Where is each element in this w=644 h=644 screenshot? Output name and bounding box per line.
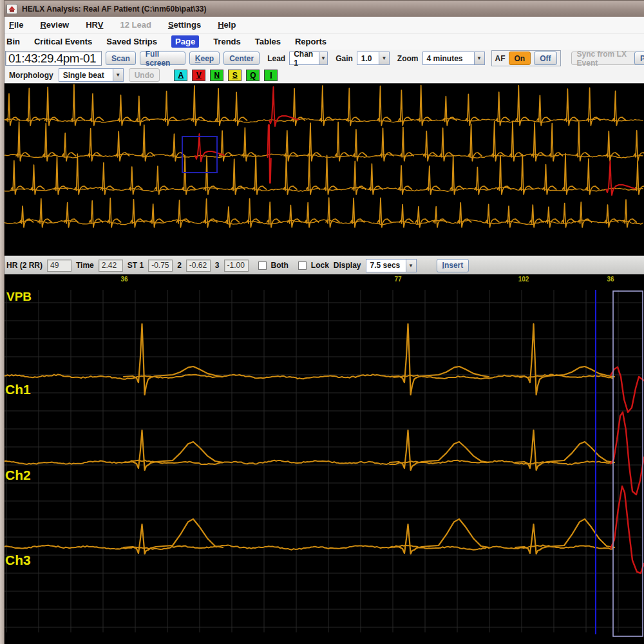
af-off-button[interactable]: Off	[534, 52, 556, 65]
morphology-label: Morphology	[9, 71, 53, 80]
app-window: HE/LX Analysis: Real AF Patient (C:\nm60…	[0, 0, 644, 644]
both-label: Both	[271, 261, 289, 270]
chevron-down-icon[interactable]: ▼	[474, 52, 485, 65]
window-title: HE/LX Analysis: Real AF Patient (C:\nm60…	[22, 5, 207, 14]
full-screen-button[interactable]: Full screen	[140, 52, 185, 65]
chevron-down-icon[interactable]: ▼	[113, 68, 124, 82]
gain-value: 1.0	[357, 52, 379, 65]
beat-number: 36	[120, 276, 128, 283]
zoom-label: Zoom	[397, 54, 419, 63]
tab-trends[interactable]: Trends	[213, 37, 241, 46]
scan-button[interactable]: Scan	[106, 52, 136, 65]
st2-label: 2	[177, 261, 182, 270]
tab-tables[interactable]: Tables	[255, 37, 281, 46]
morphology-mode-value: Single beat	[59, 68, 113, 82]
toolbar: 01:43:29.4pm-01 Scan Full screen Keep Ce…	[0, 50, 644, 67]
lead-value: Chan 1	[289, 52, 319, 65]
keep-button[interactable]: Keep	[189, 52, 220, 65]
chevron-down-icon[interactable]: ▼	[319, 52, 328, 65]
undo-button: Undo	[129, 68, 160, 82]
display-dropdown[interactable]: 7.5 secs ▼	[366, 259, 417, 272]
hr-value: 49	[47, 260, 71, 272]
view-navbar: Bin Critical Events Saved Strips Page Tr…	[0, 33, 644, 50]
time-value: 2.42	[99, 260, 123, 272]
lead-dropdown[interactable]: Chan 1 ▼	[289, 52, 328, 65]
ecg-beat-pane[interactable]: VPB Ch1 Ch2 Ch3	[0, 288, 644, 644]
st1-value: -0.75	[148, 260, 173, 272]
chevron-down-icon[interactable]: ▼	[379, 52, 390, 65]
statusbar: HR (2 RR) 49 Time 2.42 ST 1 -0.75 2 -0.6…	[0, 256, 644, 274]
af-label: AF	[495, 54, 506, 63]
beat-selection-box	[613, 291, 643, 636]
beat-class-i-button[interactable]: I	[264, 70, 278, 81]
time-label: Time	[76, 261, 94, 270]
beat-class-q-button[interactable]: Q	[246, 70, 260, 81]
st3-value: -1.00	[224, 260, 249, 272]
titlebar[interactable]: HE/LX Analysis: Real AF Patient (C:\nm60…	[0, 0, 644, 17]
beat-class-a-button[interactable]: A	[174, 70, 187, 81]
channel-label-ch3: Ch3	[5, 553, 31, 568]
st2-value: -0.62	[186, 260, 211, 272]
menu-file[interactable]: File	[9, 20, 23, 30]
menu-review[interactable]: Review	[40, 20, 69, 30]
insert-button[interactable]: Insert	[437, 259, 469, 272]
morphology-mode-dropdown[interactable]: Single beat ▼	[59, 68, 124, 82]
tab-bin[interactable]: Bin	[6, 37, 20, 46]
ecg-beat-traces[interactable]	[0, 288, 644, 644]
ecg-overview-traces[interactable]	[0, 84, 644, 256]
menu-settings[interactable]: Settings	[168, 20, 201, 30]
tab-page[interactable]: Page	[171, 35, 199, 48]
display-value: 7.5 secs	[366, 259, 406, 272]
print-button[interactable]: Print	[634, 52, 644, 65]
app-logo-icon	[8, 5, 16, 13]
beat-class-n-button[interactable]: N	[210, 70, 223, 81]
beat-number: 102	[518, 276, 529, 283]
beat-number: 77	[394, 276, 401, 283]
time-input[interactable]: 01:43:29.4pm-01	[5, 51, 102, 66]
chevron-down-icon[interactable]: ▼	[406, 259, 417, 272]
tab-reports[interactable]: Reports	[295, 37, 327, 46]
lead-label: Lead	[267, 54, 285, 63]
menubar: File Review HRV 12 Lead Settings Help	[0, 17, 644, 33]
beat-class-s-button[interactable]: S	[228, 70, 242, 81]
menu-12lead: 12 Lead	[120, 20, 151, 30]
menu-hrv[interactable]: HRV	[86, 20, 103, 30]
tab-critical-events[interactable]: Critical Events	[34, 37, 92, 46]
center-button[interactable]: Center	[223, 52, 260, 65]
hr-label: HR (2 RR)	[6, 261, 43, 270]
display-label: Display	[334, 261, 361, 270]
zoom-value: 4 minutes	[422, 52, 474, 65]
beat-class-v-button[interactable]: V	[192, 70, 205, 81]
st1-label: ST 1	[128, 261, 144, 270]
tab-saved-strips[interactable]: Saved Strips	[106, 37, 157, 46]
af-on-button[interactable]: On	[509, 52, 531, 65]
vpb-annotation: VPB	[6, 290, 32, 304]
st3-label: 3	[215, 261, 220, 270]
gain-label: Gain	[336, 54, 353, 63]
window-left-border	[0, 0, 5, 644]
ecg-overview-pane[interactable]	[0, 84, 644, 256]
morphology-bar: Morphology Single beat ▼ Undo A V N S Q …	[0, 67, 644, 84]
gain-dropdown[interactable]: 1.0 ▼	[357, 52, 390, 65]
beat-number: 36	[607, 276, 614, 283]
both-checkbox[interactable]	[258, 261, 267, 270]
beat-number-strip: 36 77 102 36	[0, 274, 644, 288]
channel-label-ch1: Ch1	[5, 382, 31, 397]
beat-classification-buttons: A V N S Q I	[174, 70, 278, 81]
af-toggle-group: AF On Off	[491, 50, 561, 66]
app-icon	[6, 4, 17, 14]
channel-label-ch2: Ch2	[5, 468, 31, 483]
lock-label: Lock	[311, 261, 329, 270]
menu-help[interactable]: Help	[218, 20, 236, 30]
zoom-dropdown[interactable]: 4 minutes ▼	[422, 52, 485, 65]
lock-checkbox[interactable]	[298, 261, 307, 270]
sync-lx-event-button: Sync from LX Event	[571, 52, 644, 65]
